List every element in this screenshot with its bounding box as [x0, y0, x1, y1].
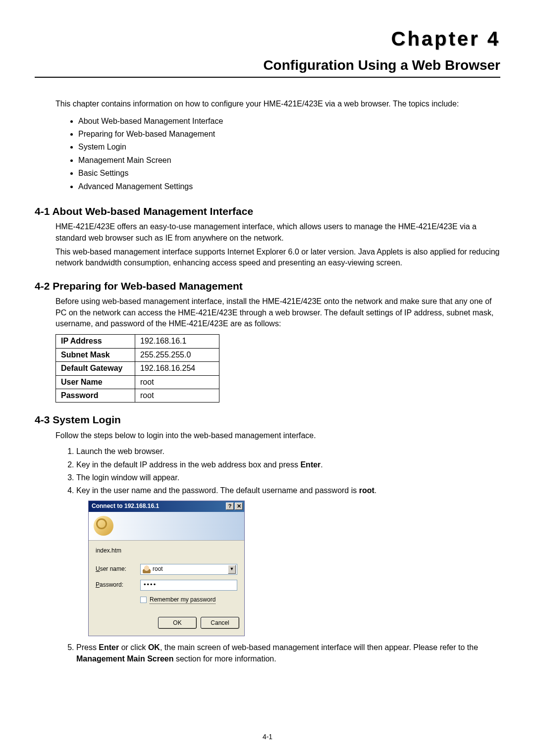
username-label: User name: — [96, 565, 140, 573]
topics-list: About Web-based Management Interface Pre… — [68, 116, 500, 192]
table-key: Password — [56, 389, 135, 403]
list-item: Preparing for Web-based Management — [78, 129, 500, 140]
dialog-titlebar[interactable]: Connect to 192.168.16.1 ? ✕ — [89, 501, 244, 512]
chapter-subtitle: Configuration Using a Web Browser — [35, 55, 500, 78]
username-input[interactable]: root ▼ — [140, 564, 237, 575]
steps-list: Launch the web browser. Key in the defau… — [67, 446, 500, 664]
table-value: root — [135, 389, 219, 403]
list-item: Management Main Screen — [78, 155, 500, 166]
table-row: User Name root — [56, 375, 219, 389]
table-value: root — [135, 375, 219, 389]
table-row: IP Address 192.168.16.1 — [56, 335, 219, 348]
step-bold: Enter — [300, 460, 321, 469]
password-label: Password: — [96, 581, 140, 589]
page-number: 4-1 — [263, 732, 272, 742]
keys-icon — [94, 516, 113, 536]
body-text: Before using web-based management interf… — [55, 296, 500, 329]
step-text: . — [374, 486, 376, 495]
body-text: This web-based management interface supp… — [55, 247, 500, 269]
list-item: System Login — [78, 142, 500, 152]
step-item: The login window will appear. — [76, 472, 500, 483]
table-key: IP Address — [56, 335, 135, 348]
close-button[interactable]: ✕ — [235, 503, 243, 510]
list-item: Basic Settings — [78, 168, 500, 179]
checkbox-icon — [140, 597, 147, 603]
underline-letter: R — [150, 596, 154, 603]
section-4-3-title: 4-3 System Login — [35, 412, 500, 427]
body-text: Follow the steps below to login into the… — [55, 430, 500, 441]
file-label: index.htm — [96, 547, 237, 555]
table-row: Subnet Mask 255.255.255.0 — [56, 348, 219, 361]
step-text: section for more information. — [174, 655, 276, 663]
step-text: Key in the user name and the password. T… — [76, 486, 359, 495]
table-key: Default Gateway — [56, 362, 135, 375]
intro-paragraph: This chapter contains information on how… — [55, 99, 500, 109]
underline-letter: U — [96, 565, 100, 572]
chevron-down-icon[interactable]: ▼ — [228, 565, 236, 574]
dialog-title: Connect to 192.168.16.1 — [92, 502, 159, 510]
step-item: Press Enter or click OK, the main screen… — [76, 642, 500, 664]
step-bold: OK — [148, 643, 160, 652]
help-button[interactable]: ? — [226, 503, 234, 510]
step-text: Press — [76, 643, 99, 652]
step-text: or click — [119, 643, 148, 652]
defaults-table: IP Address 192.168.16.1 Subnet Mask 255.… — [55, 334, 219, 403]
step-item: Key in the user name and the password. T… — [76, 485, 500, 636]
remember-password-checkbox[interactable]: Remember my password — [140, 596, 237, 605]
step-bold: root — [359, 486, 374, 495]
ok-button[interactable]: OK — [158, 617, 197, 629]
table-value: 192.168.16.1 — [135, 335, 219, 348]
step-text: , the main screen of web-based managemen… — [160, 643, 478, 652]
username-value: root — [153, 565, 226, 573]
list-item: Advanced Management Settings — [78, 181, 500, 192]
label-rest: emember my password — [154, 596, 216, 603]
step-bold: Enter — [99, 643, 119, 652]
list-item: About Web-based Management Interface — [78, 116, 500, 127]
password-input[interactable]: •••• — [140, 580, 237, 591]
chapter-title: Chapter 4 — [35, 25, 500, 52]
table-key: Subnet Mask — [56, 348, 135, 361]
label-rest: ser name: — [100, 565, 126, 572]
section-4-2-title: 4-2 Preparing for Web-based Management — [35, 279, 500, 293]
section-4-1-title: 4-1 About Web-based Management Interface — [35, 204, 500, 218]
table-value: 255.255.255.0 — [135, 348, 219, 361]
table-key: User Name — [56, 375, 135, 389]
step-bold: Management Main Screen — [76, 655, 174, 663]
table-row: Password root — [56, 389, 219, 403]
step-item: Key in the default IP address in the web… — [76, 459, 500, 470]
table-value: 192.168.16.254 — [135, 362, 219, 375]
underline-letter: P — [96, 581, 100, 588]
dialog-header — [89, 512, 244, 541]
body-text: HME-421E/423E offers an easy-to-use mana… — [55, 221, 500, 244]
step-text: Key in the default IP address in the web… — [76, 460, 300, 469]
user-icon — [143, 565, 151, 573]
login-dialog: Connect to 192.168.16.1 ? ✕ index.htm — [88, 501, 245, 637]
label-rest: assword: — [100, 581, 123, 588]
table-row: Default Gateway 192.168.16.254 — [56, 362, 219, 375]
step-item: Launch the web browser. — [76, 446, 500, 457]
password-value: •••• — [144, 580, 157, 589]
step-text: . — [321, 460, 322, 469]
cancel-button[interactable]: Cancel — [201, 617, 239, 629]
